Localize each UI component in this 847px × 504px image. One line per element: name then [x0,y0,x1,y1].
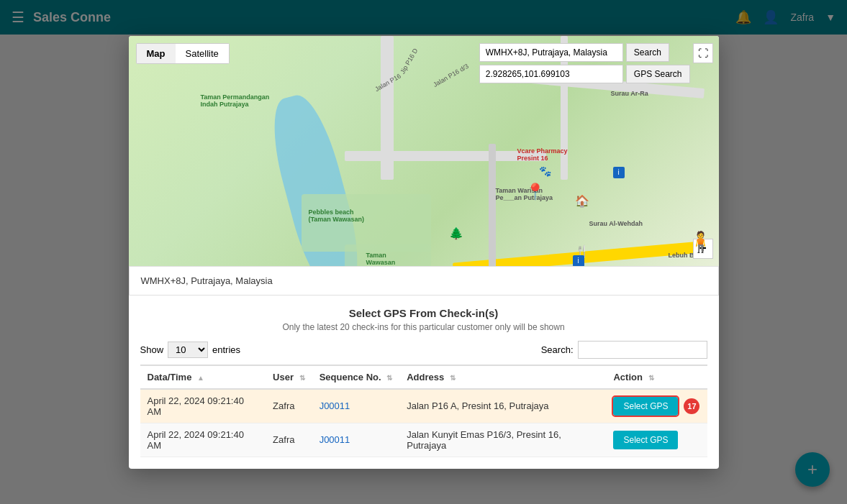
col-datetime[interactable]: Data/Time ▲ [140,365,266,389]
table-search-input[interactable] [578,341,707,359]
show-entries-control: Show 10 25 50 100 entries [140,342,241,358]
sort-icon-user: ⇅ [299,374,305,382]
cell-datetime: April 22, 2024 09:21:40 AM [140,389,266,423]
map-search-row-1: Search [479,43,690,62]
map-label-surau-wehdah: Surau Al-Wehdah [589,220,643,227]
map-type-buttons: Map Satellite [136,43,230,64]
table-header: Data/Time ▲ User ⇅ Sequence No. ⇅ Addres… [140,365,707,389]
entries-label: entries [212,344,240,355]
map-gps-search-button[interactable]: GPS Search [626,65,690,83]
modal-scrollable[interactable]: Taman PermandanganIndah Putrajaya Pebble… [129,36,719,469]
map-type-map-button[interactable]: Map [137,44,176,63]
cell-datetime: April 22, 2024 09:21:40 AM [140,423,266,457]
map-green-area-1 [302,194,431,252]
map-search-input[interactable] [479,43,623,62]
table-row: April 22, 2024 09:21:40 AMZafraJ00011Jal… [140,389,707,423]
col-user[interactable]: User ⇅ [266,365,312,389]
map-label-vcare: Vcare PharmacyPresint 16 [517,147,568,162]
gps-modal: Taman PermandanganIndah Putrajaya Pebble… [129,36,719,469]
sequence-link[interactable]: J00011 [320,434,350,445]
cell-address: Jalan P16 A, Presint 16, Putrajaya [399,389,606,423]
map-search-area: Search GPS Search [479,43,690,83]
map-search-button[interactable]: Search [626,43,669,62]
show-label: Show [140,344,164,355]
select-gps-button[interactable]: Select GPS [613,397,678,416]
sort-icon-action: ⇅ [648,374,654,382]
table-row: April 22, 2024 09:21:40 AMZafraJ00011Jal… [140,423,707,457]
entries-select[interactable]: 10 25 50 100 [168,342,208,358]
sequence-link[interactable]: J00011 [320,400,350,411]
table-body: April 22, 2024 09:21:40 AMZafraJ00011Jal… [140,389,707,457]
cell-user: Zafra [266,389,312,423]
cell-action: Select GPS17 [606,389,707,423]
map-person-icon[interactable]: 🧍 [688,230,713,254]
map-fullscreen-button[interactable]: ⛶ [693,43,713,63]
map-street-jp16d3: Jalan P16 d/3 [432,62,470,88]
cell-sequence: J00011 [312,423,400,457]
action-cell-container: Select GPS [613,431,699,449]
map-type-satellite-button[interactable]: Satellite [176,44,229,63]
checkin-table: Data/Time ▲ User ⇅ Sequence No. ⇅ Addres… [140,365,707,457]
map-road-vertical-3 [489,144,496,266]
cell-user: Zafra [266,423,312,457]
map-tree-icon: 🌲 [449,226,463,240]
map-label-taman: Taman PermandanganIndah Putrajaya [201,93,270,108]
map-label-pebbles: Pebbles beach(Taman Wawasan) [309,209,365,223]
action-cell-container: Select GPS17 [613,397,699,416]
map-pharmacy-icon: 🐾 [539,165,551,177]
gps-section-subtitle: Only the latest 20 check-ins for this pa… [140,322,707,332]
sort-icon-address: ⇅ [450,374,456,382]
map-container: Taman PermandanganIndah Putrajaya Pebble… [129,36,719,266]
sort-icon-sequence: ⇅ [386,374,392,382]
col-action[interactable]: Action ⇅ [606,365,707,389]
gps-section: Select GPS From Check-in(s) Only the lat… [129,295,719,469]
map-home-icon: 🏠 [575,194,589,208]
map-pin-blue-3: i [573,255,584,266]
table-controls: Show 10 25 50 100 entries Search: [140,341,707,359]
cell-sequence: J00011 [312,389,400,423]
map-gps-input[interactable] [479,65,623,83]
search-label: Search: [541,344,574,355]
address-bar: WMHX+8J, Putrajaya, Malaysia [129,266,719,295]
col-sequence[interactable]: Sequence No. ⇅ [312,365,400,389]
col-address[interactable]: Address ⇅ [399,365,606,389]
map-pin-blue-1: i [613,167,625,178]
map-street-jip16d: Jip P16 D [399,47,419,75]
map-road-horizontal-1 [345,151,546,161]
sort-icon-datetime: ▲ [197,374,204,382]
map-label-taman-wawasan: TamanWawasanPutrajaya [366,252,396,266]
gps-section-title: Select GPS From Check-in(s) [140,307,707,319]
map-label-surau-ar: Surau Ar-Ra [611,90,648,97]
map-main-marker: 📍 [525,183,545,201]
search-control: Search: [541,341,707,359]
map-search-row-2: GPS Search [479,65,690,83]
select-gps-button[interactable]: Select GPS [613,431,678,449]
cell-action: Select GPS [606,423,707,457]
cell-address: Jalan Kunyit Emas P16/3, Presint 16, Put… [399,423,606,457]
action-badge: 17 [684,398,699,414]
